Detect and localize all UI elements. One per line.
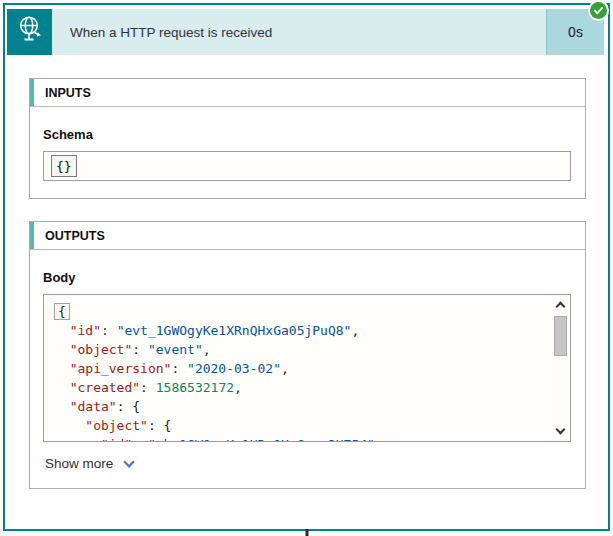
schema-value-box: {}: [43, 151, 571, 181]
inputs-section-header: INPUTS: [30, 79, 585, 107]
json-line: {: [54, 302, 544, 321]
duration-value: 0s: [568, 24, 583, 40]
trigger-title-bar: When a HTTP request is received: [52, 9, 546, 55]
outputs-content: Body { "id": "evt_1GWOgyKe1XRnQHxGa05jPu…: [30, 250, 585, 488]
success-check-icon: [588, 0, 609, 21]
card-body: INPUTS Schema {} OUTPUTS Body { "id": "e…: [5, 78, 608, 489]
scroll-thumb[interactable]: [554, 316, 567, 356]
chevron-up-icon: [556, 302, 566, 312]
inputs-label: INPUTS: [45, 86, 91, 100]
body-json: { "id": "evt_1GWOgyKe1XRnQHxGa05jPuQ8", …: [44, 295, 570, 442]
json-line: "id": "ch_1GWOgxKe1XRnQHxGnng3U754": [54, 435, 544, 442]
json-line: "created": 1586532172,: [54, 378, 544, 397]
json-line: "object": "event",: [54, 340, 544, 359]
trigger-title: When a HTTP request is received: [70, 25, 272, 40]
show-more-button[interactable]: Show more: [45, 456, 133, 471]
outputs-label: OUTPUTS: [45, 229, 105, 243]
chevron-down-icon: [124, 456, 135, 467]
scroll-up-button[interactable]: [552, 296, 569, 313]
trigger-card-header[interactable]: When a HTTP request is received 0s: [7, 9, 604, 55]
schema-value-chip: {}: [51, 155, 77, 177]
json-line: "api_version": "2020-03-02",: [54, 359, 544, 378]
scroll-down-button[interactable]: [552, 423, 569, 440]
chevron-down-icon: [556, 425, 566, 435]
flow-connector-stub: [305, 529, 308, 536]
http-request-globe-icon: [14, 13, 46, 51]
schema-field-label: Schema: [43, 127, 571, 142]
inputs-content: Schema {}: [30, 107, 585, 198]
body-field-label: Body: [43, 270, 571, 285]
json-line: "data": {: [54, 397, 544, 416]
json-line: "id": "evt_1GWOgyKe1XRnQHxGa05jPuQ8",: [54, 321, 544, 340]
vertical-scrollbar[interactable]: [552, 296, 569, 440]
http-trigger-icon-box: [7, 9, 52, 55]
outputs-section: OUTPUTS Body { "id": "evt_1GWOgyKe1XRnQH…: [29, 221, 586, 489]
trigger-card: When a HTTP request is received 0s INPUT…: [3, 3, 610, 531]
inputs-section: INPUTS Schema {}: [29, 78, 586, 199]
scroll-track[interactable]: [552, 313, 569, 423]
show-more-label: Show more: [45, 456, 113, 471]
body-output-box: { "id": "evt_1GWOgyKe1XRnQHxGa05jPuQ8", …: [43, 294, 571, 442]
json-line: "object": {: [54, 416, 544, 435]
outputs-section-header: OUTPUTS: [30, 222, 585, 250]
